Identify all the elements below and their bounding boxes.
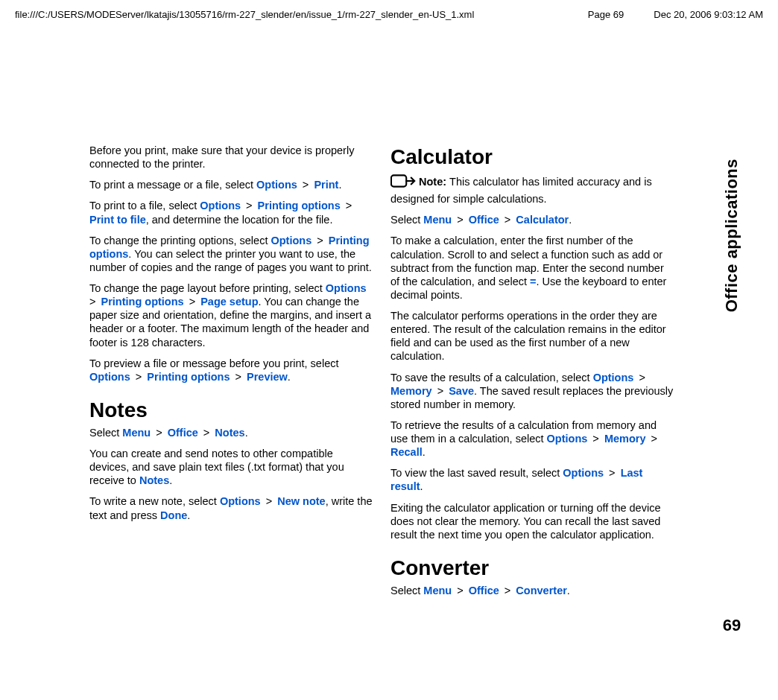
text: To change the page layout before printin…	[89, 282, 326, 294]
text: . You can select the printer you want to…	[89, 248, 372, 273]
text: To preview a file or message before you …	[89, 357, 338, 369]
menu-options: Options	[326, 282, 367, 294]
paragraph: To preview a file or message before you …	[89, 357, 373, 384]
paragraph: Select Menu > Office > Converter.	[390, 584, 674, 597]
header-page-number: Page 69	[588, 9, 624, 20]
page-container: file:///C:/USERS/MODEServer/lkatajis/130…	[0, 0, 778, 695]
paragraph: Exiting the calculator application or tu…	[390, 501, 674, 541]
separator: >	[454, 214, 467, 226]
menu-printing-options: Printing options	[258, 200, 341, 211]
text: To view the last saved result, select	[390, 467, 563, 479]
paragraph: The calculator performs operations in th…	[390, 309, 674, 363]
separator: >	[200, 427, 213, 439]
text: To change the printing options, select	[89, 235, 271, 246]
menu-done: Done	[160, 509, 187, 521]
note-icon	[390, 173, 416, 192]
separator: >	[502, 214, 514, 226]
text: Select	[390, 585, 423, 596]
content-area: Before you print, make sure that your de…	[0, 25, 778, 695]
menu-options: Options	[563, 467, 604, 479]
text: .	[187, 509, 190, 521]
menu-menu: Menu	[423, 585, 452, 596]
menu-options: Options	[593, 372, 634, 384]
separator: >	[606, 467, 619, 479]
text: You can create and send notes to other c…	[89, 448, 344, 486]
paragraph: To view the last saved result, select Op…	[390, 466, 674, 493]
menu-menu: Menu	[423, 214, 452, 226]
separator: >	[502, 585, 514, 596]
menu-printing-options: Printing options	[101, 296, 184, 308]
text: Select	[390, 214, 423, 226]
menu-new-note: New note	[277, 495, 325, 507]
text: .	[423, 446, 426, 458]
separator: >	[186, 296, 199, 308]
menu-options: Options	[200, 200, 241, 211]
paragraph: Select Menu > Office > Notes.	[89, 426, 373, 439]
menu-preview: Preview	[247, 371, 288, 383]
separator: >	[636, 372, 645, 384]
separator: >	[314, 235, 326, 246]
menu-memory: Memory	[604, 433, 646, 445]
paragraph: Before you print, make sure that your de…	[89, 144, 373, 171]
section-title: Office applications	[722, 159, 741, 312]
menu-options: Options	[220, 495, 261, 507]
menu-options: Options	[89, 371, 130, 383]
menu-options: Options	[256, 179, 297, 191]
text: Select	[89, 427, 122, 439]
paragraph: To change the page layout before printin…	[89, 281, 373, 349]
menu-office: Office	[168, 427, 198, 439]
heading-calculator: Calculator	[390, 144, 674, 170]
paragraph: Select Menu > Office > Calculator.	[390, 213, 674, 226]
paragraph: To write a new note, select Options > Ne…	[89, 494, 373, 521]
separator: >	[133, 371, 145, 383]
text: To print a message or a file, select	[89, 179, 256, 191]
paragraph: To retrieve the results of a calculation…	[390, 419, 674, 459]
separator: >	[589, 433, 602, 445]
menu-notes: Notes	[215, 427, 244, 439]
text: .	[245, 427, 248, 439]
separator: >	[454, 585, 467, 596]
columns: Before you print, make sure that your de…	[89, 144, 706, 605]
menu-menu: Menu	[122, 427, 151, 439]
text: . The saved result replaces the previous…	[390, 385, 673, 410]
paragraph: To save the results of a calculation, se…	[390, 371, 674, 411]
paragraph: You can create and send notes to other c…	[89, 447, 373, 487]
paragraph: To make a calculation, enter the first n…	[390, 234, 674, 302]
heading-notes: Notes	[89, 397, 373, 423]
separator: >	[153, 427, 165, 439]
menu-memory: Memory	[390, 385, 432, 397]
paragraph: To print a message or a file, select Opt…	[89, 178, 373, 191]
menu-print-to-file: Print to file	[89, 214, 146, 226]
text: To save the results of a calculation, se…	[390, 372, 593, 384]
header-date: Dec 20, 2006 9:03:12 AM	[654, 9, 763, 20]
text: .	[567, 585, 570, 596]
separator: >	[434, 385, 447, 397]
text: .	[288, 371, 291, 383]
menu-calculator: Calculator	[516, 214, 569, 226]
column-left: Before you print, make sure that your de…	[89, 144, 373, 605]
text: .	[338, 179, 341, 191]
separator: >	[300, 179, 312, 191]
separator: >	[243, 200, 256, 211]
heading-converter: Converter	[390, 555, 674, 581]
separator: >	[89, 296, 99, 308]
sidebar: Office applications 69	[715, 144, 748, 635]
svg-rect-0	[391, 175, 406, 186]
menu-page-setup: Page setup	[200, 296, 258, 308]
separator: >	[263, 495, 276, 507]
menu-print: Print	[314, 179, 338, 191]
menu-notes: Notes	[139, 474, 169, 486]
text: , and determine the location for the fil…	[146, 214, 333, 226]
separator: >	[232, 371, 244, 383]
column-right: Calculator Note: This calculator has lim…	[390, 144, 674, 605]
page-number: 69	[723, 616, 741, 635]
paragraph: To change the printing options, select O…	[89, 234, 373, 274]
menu-save: Save	[449, 385, 474, 397]
text: To print to a file, select	[89, 200, 200, 211]
menu-printing-options: Printing options	[147, 371, 230, 383]
menu-recall: Recall	[390, 446, 423, 458]
menu-options: Options	[271, 235, 311, 246]
note-paragraph: Note: This calculator has limited accura…	[390, 173, 674, 206]
text: .	[569, 214, 572, 226]
menu-office: Office	[469, 585, 499, 596]
